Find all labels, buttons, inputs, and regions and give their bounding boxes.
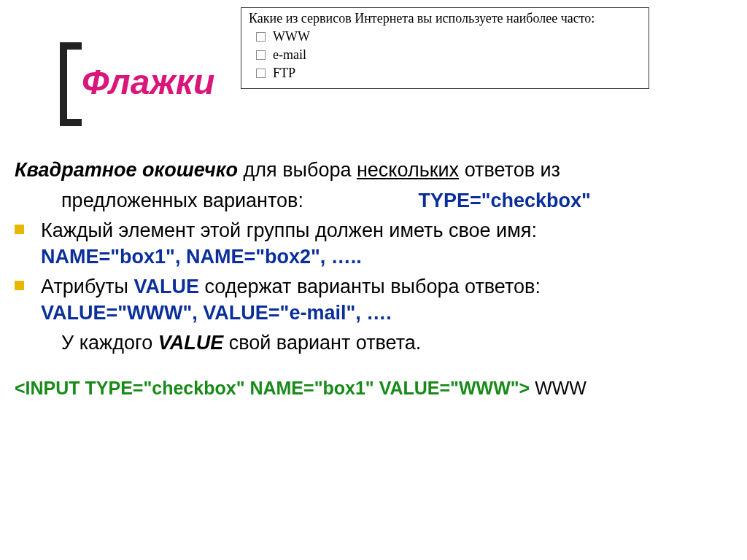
lead-text: Квадратное окошечко bbox=[15, 159, 238, 181]
bracket-bottom bbox=[60, 119, 82, 126]
value-keyword: VALUE bbox=[134, 276, 200, 298]
checkbox-row: FTP bbox=[256, 66, 641, 81]
text-segment: предложенных вариантов: bbox=[61, 190, 303, 211]
intro-paragraph: Квадратное окошечко для выбора нескольки… bbox=[15, 157, 729, 183]
bullet-list: Каждый элемент этой группы должен иметь … bbox=[15, 217, 729, 327]
checkbox-icon[interactable] bbox=[256, 69, 266, 78]
content-area: Квадратное окошечко для выбора нескольки… bbox=[15, 157, 729, 401]
checkbox-icon[interactable] bbox=[256, 50, 266, 60]
underlined-text: нескольких bbox=[357, 159, 459, 181]
bullet-text-mid: содержат варианты выбора ответов: bbox=[199, 276, 541, 298]
summary-post: свой вариант ответа. bbox=[223, 332, 421, 354]
checkbox-row: WWW bbox=[256, 29, 641, 44]
slide-title: Флажки bbox=[82, 62, 214, 102]
text-segment: ответов из bbox=[459, 159, 560, 181]
code-example: <INPUT TYPE="checkbox" NAME="box1" VALUE… bbox=[15, 376, 729, 401]
summary-line: У каждого VALUE свой вариант ответа. bbox=[15, 330, 729, 356]
name-attribute-code: NAME="box1", NAME="box2", ….. bbox=[41, 246, 362, 268]
bullet-text-pre: Атрибуты bbox=[41, 276, 134, 298]
checkbox-label: WWW bbox=[273, 29, 310, 44]
bullet-text: Каждый элемент этой группы должен иметь … bbox=[41, 219, 537, 241]
checkbox-label: FTP bbox=[273, 66, 295, 81]
checkbox-icon[interactable] bbox=[256, 32, 266, 42]
code-trail: WWW bbox=[530, 378, 587, 398]
bracket-vertical bbox=[60, 42, 67, 126]
checkbox-row: e-mail bbox=[256, 47, 641, 63]
bracket-top bbox=[60, 42, 82, 50]
value-attribute-code: VALUE="WWW", VALUE="e-mail", …. bbox=[41, 302, 392, 324]
checkbox-label: e-mail bbox=[273, 47, 306, 63]
text-segment: для выбора bbox=[238, 159, 357, 181]
example-box: Какие из сервисов Интернета вы используе… bbox=[241, 7, 649, 89]
example-question: Какие из сервисов Интернета вы используе… bbox=[249, 11, 641, 26]
summary-pre: У каждого bbox=[61, 332, 158, 354]
value-italic: VALUE bbox=[158, 332, 224, 354]
list-item: Атрибуты VALUE содержат варианты выбора … bbox=[15, 273, 729, 327]
type-attribute: TYPE="checkbox" bbox=[418, 187, 590, 214]
intro-line2: предложенных вариантов: TYPE="checkbox" bbox=[15, 187, 729, 214]
code-input-tag: <INPUT TYPE="checkbox" NAME="box1" VALUE… bbox=[15, 378, 530, 398]
list-item: Каждый элемент этой группы должен иметь … bbox=[15, 217, 729, 271]
